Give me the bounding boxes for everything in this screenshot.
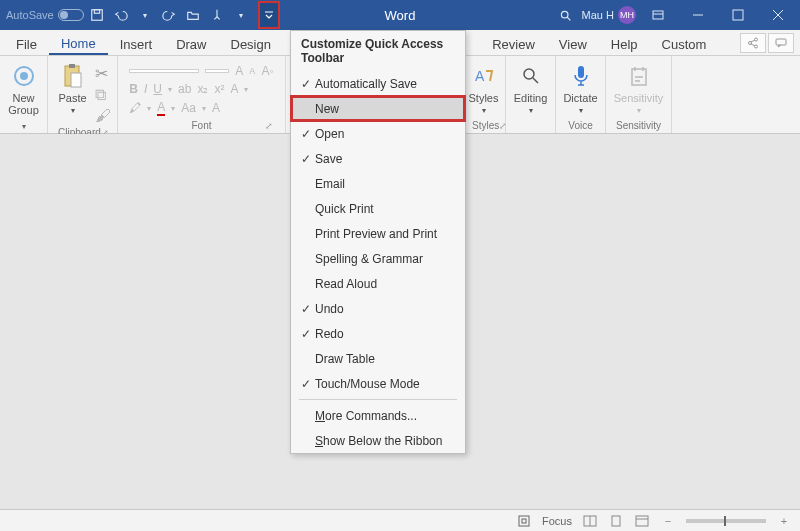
menu-item-label: Draw Table bbox=[315, 352, 375, 366]
focus-icon[interactable] bbox=[516, 513, 532, 529]
autosave-toggle[interactable]: AutoSave bbox=[6, 9, 84, 21]
font-color-button[interactable]: A bbox=[157, 100, 165, 116]
strike-button[interactable]: ab bbox=[178, 82, 191, 96]
menu-item-save[interactable]: ✓Save bbox=[291, 146, 465, 171]
text-effects-button[interactable]: A bbox=[230, 82, 238, 96]
dialog-launcher-icon[interactable]: ⤢ bbox=[265, 121, 275, 131]
touch-dropdown-icon[interactable]: ▾ bbox=[230, 3, 252, 27]
highlight-button[interactable]: 🖍 bbox=[129, 101, 141, 115]
menu-item-touch-mouse-mode[interactable]: ✓Touch/Mouse Mode bbox=[291, 371, 465, 396]
svg-point-10 bbox=[20, 72, 28, 80]
check-icon: ✓ bbox=[297, 77, 315, 91]
menu-item-draw-table[interactable]: Draw Table bbox=[291, 346, 465, 371]
svg-point-15 bbox=[524, 69, 534, 79]
svg-point-6 bbox=[749, 41, 752, 44]
svg-rect-21 bbox=[612, 516, 620, 526]
styles-button[interactable]: A Styles ▾ bbox=[465, 60, 503, 117]
chevron-down-icon: ▾ bbox=[637, 106, 641, 115]
menu-item-read-aloud[interactable]: Read Aloud bbox=[291, 271, 465, 296]
maximize-icon[interactable] bbox=[720, 0, 756, 30]
share-button[interactable] bbox=[740, 33, 766, 53]
check-icon: ✓ bbox=[297, 127, 315, 141]
menu-item-quick-print[interactable]: Quick Print bbox=[291, 196, 465, 221]
svg-rect-8 bbox=[776, 39, 786, 45]
menu-item-automatically-save[interactable]: ✓Automatically Save bbox=[291, 71, 465, 96]
menu-item-email[interactable]: Email bbox=[291, 171, 465, 196]
font-name-box[interactable] bbox=[129, 69, 199, 73]
menu-more-commands[interactable]: More Commands... bbox=[291, 403, 465, 428]
new-group-button[interactable]: New Group bbox=[4, 60, 43, 118]
cut-icon[interactable]: ✂ bbox=[95, 64, 111, 83]
bold-button[interactable]: B bbox=[129, 82, 138, 96]
decrease-font-icon[interactable]: A bbox=[249, 66, 255, 76]
editing-button[interactable]: Editing ▾ bbox=[510, 60, 552, 117]
menu-item-label: Undo bbox=[315, 302, 344, 316]
tab-home[interactable]: Home bbox=[49, 30, 108, 55]
tab-help[interactable]: Help bbox=[599, 30, 650, 55]
tab-draw[interactable]: Draw bbox=[164, 30, 218, 55]
clear-format-icon[interactable]: A◦ bbox=[261, 64, 273, 78]
undo-icon[interactable] bbox=[110, 3, 132, 27]
save-icon[interactable] bbox=[86, 3, 108, 27]
avatar[interactable]: MH bbox=[618, 6, 636, 24]
app-title: Word bbox=[385, 8, 416, 23]
group-font: A A A◦ B I U▾ ab x₂ x² A▾ 🖍▾ A▾ Aa▾ A Fo… bbox=[118, 56, 286, 133]
styles-icon: A bbox=[470, 62, 498, 90]
sensitivity-button[interactable]: Sensitivity ▾ bbox=[610, 60, 668, 117]
tab-insert[interactable]: Insert bbox=[108, 30, 165, 55]
underline-button[interactable]: U bbox=[153, 82, 162, 96]
menu-item-label: Spelling & Grammar bbox=[315, 252, 423, 266]
paste-button[interactable]: Paste ▾ bbox=[54, 60, 90, 125]
zoom-out-icon[interactable]: − bbox=[660, 513, 676, 529]
group-editing: Editing ▾ bbox=[506, 56, 556, 133]
zoom-slider[interactable] bbox=[686, 519, 766, 523]
zoom-in-icon[interactable]: + bbox=[776, 513, 792, 529]
print-layout-icon[interactable] bbox=[608, 513, 624, 529]
dictate-button[interactable]: Dictate ▾ bbox=[559, 60, 601, 117]
menu-item-open[interactable]: ✓Open bbox=[291, 121, 465, 146]
menu-item-new[interactable]: New bbox=[291, 96, 465, 121]
qat-customize-button[interactable] bbox=[258, 1, 280, 29]
copy-icon[interactable]: ⧉ bbox=[95, 86, 111, 104]
menu-item-label: Save bbox=[315, 152, 342, 166]
font-size-box[interactable] bbox=[205, 69, 229, 73]
tab-file[interactable]: File bbox=[4, 30, 49, 55]
search-icon[interactable] bbox=[554, 9, 578, 22]
read-mode-icon[interactable] bbox=[582, 513, 598, 529]
tab-design[interactable]: Design bbox=[219, 30, 283, 55]
tab-custom[interactable]: Custom bbox=[650, 30, 719, 55]
menu-item-label: Redo bbox=[315, 327, 344, 341]
svg-rect-18 bbox=[519, 516, 529, 526]
menu-item-spelling-grammar[interactable]: Spelling & Grammar bbox=[291, 246, 465, 271]
clipboard-small: ✂ ⧉ 🖌 bbox=[95, 60, 111, 125]
find-icon bbox=[517, 62, 545, 90]
web-layout-icon[interactable] bbox=[634, 513, 650, 529]
menu-show-below[interactable]: Show Below the Ribbon bbox=[291, 428, 465, 453]
format-painter-icon[interactable]: 🖌 bbox=[95, 107, 111, 125]
close-icon[interactable] bbox=[760, 0, 796, 30]
tab-view[interactable]: View bbox=[547, 30, 599, 55]
tab-review[interactable]: Review bbox=[480, 30, 547, 55]
italic-button[interactable]: I bbox=[144, 82, 147, 96]
superscript-button[interactable]: x² bbox=[214, 82, 224, 96]
menu-item-undo[interactable]: ✓Undo bbox=[291, 296, 465, 321]
touch-mode-icon[interactable] bbox=[206, 3, 228, 27]
comments-button[interactable] bbox=[768, 33, 794, 53]
ribbon-display-icon[interactable] bbox=[640, 0, 676, 30]
increase-font-icon[interactable]: A bbox=[235, 64, 243, 78]
menu-item-print-preview-and-print[interactable]: Print Preview and Print bbox=[291, 221, 465, 246]
toggle-off-icon bbox=[58, 9, 84, 21]
change-case-button[interactable]: Aa bbox=[181, 101, 196, 115]
minimize-icon[interactable] bbox=[680, 0, 716, 30]
subscript-button[interactable]: x₂ bbox=[197, 82, 208, 96]
focus-label[interactable]: Focus bbox=[542, 515, 572, 527]
open-icon[interactable] bbox=[182, 3, 204, 27]
redo-icon[interactable] bbox=[158, 3, 180, 27]
menu-item-redo[interactable]: ✓Redo bbox=[291, 321, 465, 346]
user-name[interactable]: Mau H bbox=[582, 9, 614, 21]
check-icon: ✓ bbox=[297, 302, 315, 316]
undo-dropdown-icon[interactable]: ▾ bbox=[134, 3, 156, 27]
char-border-button[interactable]: A bbox=[212, 101, 220, 115]
menu-item-label: Quick Print bbox=[315, 202, 374, 216]
status-bar: Focus − + bbox=[0, 509, 800, 531]
